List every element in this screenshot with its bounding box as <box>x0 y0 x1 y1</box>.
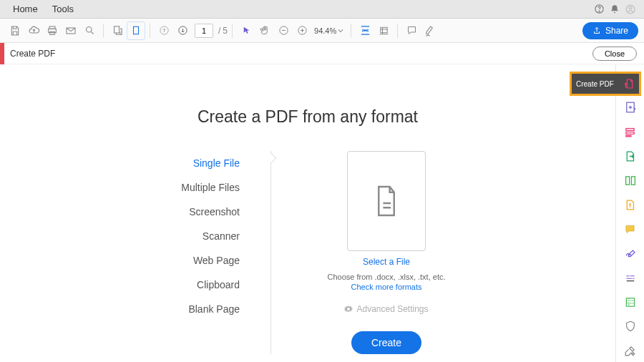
edit-pdf-tool-icon[interactable] <box>623 124 638 139</box>
page-down-icon[interactable] <box>173 21 192 40</box>
page-separator: / <box>218 26 220 36</box>
zoom-in-icon[interactable] <box>293 21 311 40</box>
option-screenshot[interactable]: Screenshot <box>147 200 240 224</box>
sign-tool-icon[interactable] <box>623 246 638 260</box>
export-pdf-tool-icon[interactable] <box>623 100 638 114</box>
create-pdf-tool-icon <box>623 78 635 89</box>
menubar: Home Tools <box>0 0 644 19</box>
create-button[interactable]: Create <box>351 331 421 354</box>
organize-tool-icon[interactable] <box>623 173 638 187</box>
help-icon[interactable] <box>591 4 607 14</box>
svg-rect-18 <box>626 132 634 134</box>
svg-point-3 <box>629 6 632 9</box>
gear-icon <box>344 305 353 313</box>
redact-tool-icon[interactable] <box>623 270 638 285</box>
side-tools-panel <box>615 64 644 362</box>
select-tool-icon[interactable] <box>237 21 255 40</box>
protect-tool-icon[interactable] <box>623 319 638 333</box>
source-options: Single File Multiple Files Screenshot Sc… <box>147 151 240 354</box>
svg-rect-15 <box>381 27 387 32</box>
svg-rect-20 <box>625 176 629 184</box>
account-icon[interactable] <box>623 4 638 15</box>
save-icon[interactable] <box>6 21 24 40</box>
zoom-out-icon[interactable] <box>274 21 293 40</box>
fit-width-icon[interactable] <box>356 21 374 40</box>
page-total: 5 <box>223 26 228 36</box>
export-tool-icon[interactable] <box>623 149 638 163</box>
more-tools-icon[interactable] <box>623 343 638 358</box>
svg-rect-17 <box>626 128 634 130</box>
select-file-link[interactable]: Select a File <box>363 257 410 267</box>
main-area: Create PDF Create a PDF from any format … <box>0 64 644 362</box>
option-single-file[interactable]: Single File <box>147 151 240 175</box>
search-icon[interactable] <box>80 21 99 40</box>
file-dropzone[interactable] <box>347 151 426 251</box>
bell-icon[interactable] <box>607 4 623 14</box>
comment-tool-icon[interactable] <box>623 222 638 236</box>
page-number-input[interactable] <box>195 24 213 38</box>
hand-tool-icon[interactable] <box>255 21 274 40</box>
content: Create a PDF from any format Single File… <box>0 64 615 362</box>
svg-point-1 <box>599 11 600 11</box>
choose-hint: Choose from .docx, .xlsx, .txt, etc. <box>327 273 445 281</box>
page-heading: Create a PDF from any format <box>197 107 418 127</box>
create-pdf-callout[interactable]: Create PDF <box>570 72 641 96</box>
advanced-settings[interactable]: Advanced Settings <box>344 304 428 314</box>
option-web-page[interactable]: Web Page <box>147 248 240 273</box>
menu-home[interactable]: Home <box>6 1 45 17</box>
check-more-formats-link[interactable]: Check more formats <box>351 283 421 291</box>
cloud-upload-icon[interactable] <box>24 21 43 40</box>
option-blank-page[interactable]: Blank Page <box>147 297 240 321</box>
advanced-settings-label: Advanced Settings <box>356 304 428 314</box>
menu-tools[interactable]: Tools <box>45 1 81 17</box>
share-icon <box>592 26 601 35</box>
option-multiple-files[interactable]: Multiple Files <box>147 175 240 200</box>
share-label: Share <box>605 26 628 36</box>
page-up-icon[interactable] <box>155 21 173 40</box>
highlight-icon[interactable] <box>421 21 439 40</box>
close-button[interactable]: Close <box>592 47 637 61</box>
compress-tool-icon[interactable] <box>623 197 638 212</box>
options-divider <box>268 151 275 354</box>
file-area: Select a File Choose from .docx, .xlsx, … <box>304 151 469 354</box>
option-scanner[interactable]: Scanner <box>147 224 240 248</box>
callout-label: Create PDF <box>576 80 614 88</box>
svg-rect-10 <box>134 26 139 34</box>
page-nav-icon[interactable] <box>108 21 127 40</box>
option-clipboard[interactable]: Clipboard <box>147 273 240 297</box>
page-display-icon[interactable] <box>127 21 145 40</box>
svg-rect-9 <box>114 26 119 33</box>
svg-rect-21 <box>631 176 635 184</box>
comment-icon[interactable] <box>402 21 421 40</box>
svg-rect-22 <box>626 298 634 305</box>
share-button[interactable]: Share <box>582 22 638 39</box>
svg-point-23 <box>632 353 634 355</box>
prepare-form-tool-icon[interactable] <box>623 295 638 309</box>
context-title: Create PDF <box>4 49 55 59</box>
print-icon[interactable] <box>43 21 62 40</box>
svg-point-8 <box>86 27 92 33</box>
context-bar: Create PDF Close <box>0 43 644 64</box>
zoom-level-dropdown[interactable]: 94.4% <box>314 26 343 35</box>
email-icon[interactable] <box>62 21 80 40</box>
read-mode-icon[interactable] <box>374 21 393 40</box>
svg-rect-19 <box>626 135 631 136</box>
file-icon <box>373 185 400 217</box>
toolbar: / 5 94.4% Share <box>0 19 644 43</box>
svg-rect-6 <box>50 31 55 34</box>
